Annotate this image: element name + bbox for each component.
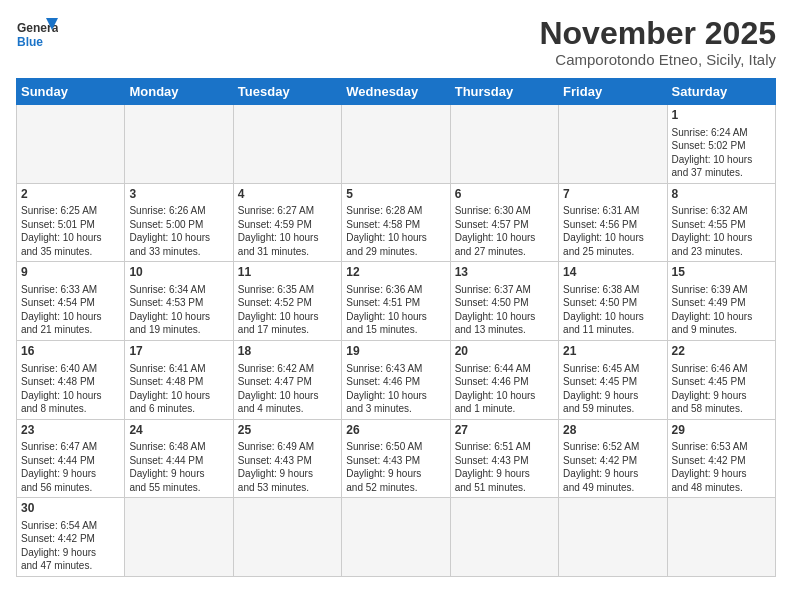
day-number: 23 bbox=[21, 423, 120, 439]
calendar-cell: 3Sunrise: 6:26 AM Sunset: 5:00 PM Daylig… bbox=[125, 183, 233, 262]
day-info: Sunrise: 6:48 AM Sunset: 4:44 PM Dayligh… bbox=[129, 440, 228, 494]
calendar-table: SundayMondayTuesdayWednesdayThursdayFrid… bbox=[16, 78, 776, 577]
calendar-cell: 8Sunrise: 6:32 AM Sunset: 4:55 PM Daylig… bbox=[667, 183, 775, 262]
day-info: Sunrise: 6:51 AM Sunset: 4:43 PM Dayligh… bbox=[455, 440, 554, 494]
week-row-3: 16Sunrise: 6:40 AM Sunset: 4:48 PM Dayli… bbox=[17, 340, 776, 419]
day-number: 13 bbox=[455, 265, 554, 281]
weekday-header-thursday: Thursday bbox=[450, 79, 558, 105]
day-info: Sunrise: 6:32 AM Sunset: 4:55 PM Dayligh… bbox=[672, 204, 771, 258]
day-number: 14 bbox=[563, 265, 662, 281]
calendar-cell: 9Sunrise: 6:33 AM Sunset: 4:54 PM Daylig… bbox=[17, 262, 125, 341]
calendar-cell bbox=[125, 105, 233, 184]
day-info: Sunrise: 6:25 AM Sunset: 5:01 PM Dayligh… bbox=[21, 204, 120, 258]
day-info: Sunrise: 6:37 AM Sunset: 4:50 PM Dayligh… bbox=[455, 283, 554, 337]
day-number: 11 bbox=[238, 265, 337, 281]
day-number: 7 bbox=[563, 187, 662, 203]
calendar-cell: 4Sunrise: 6:27 AM Sunset: 4:59 PM Daylig… bbox=[233, 183, 341, 262]
day-number: 29 bbox=[672, 423, 771, 439]
calendar-cell bbox=[233, 105, 341, 184]
day-info: Sunrise: 6:27 AM Sunset: 4:59 PM Dayligh… bbox=[238, 204, 337, 258]
logo-svg: General Blue bbox=[16, 16, 58, 58]
day-info: Sunrise: 6:39 AM Sunset: 4:49 PM Dayligh… bbox=[672, 283, 771, 337]
calendar-cell: 12Sunrise: 6:36 AM Sunset: 4:51 PM Dayli… bbox=[342, 262, 450, 341]
day-number: 12 bbox=[346, 265, 445, 281]
day-number: 1 bbox=[672, 108, 771, 124]
weekday-header-monday: Monday bbox=[125, 79, 233, 105]
day-number: 8 bbox=[672, 187, 771, 203]
day-info: Sunrise: 6:30 AM Sunset: 4:57 PM Dayligh… bbox=[455, 204, 554, 258]
calendar-cell: 11Sunrise: 6:35 AM Sunset: 4:52 PM Dayli… bbox=[233, 262, 341, 341]
calendar-cell: 7Sunrise: 6:31 AM Sunset: 4:56 PM Daylig… bbox=[559, 183, 667, 262]
calendar-cell: 20Sunrise: 6:44 AM Sunset: 4:46 PM Dayli… bbox=[450, 340, 558, 419]
calendar-cell: 5Sunrise: 6:28 AM Sunset: 4:58 PM Daylig… bbox=[342, 183, 450, 262]
day-number: 16 bbox=[21, 344, 120, 360]
svg-text:Blue: Blue bbox=[17, 35, 43, 49]
day-number: 3 bbox=[129, 187, 228, 203]
day-info: Sunrise: 6:33 AM Sunset: 4:54 PM Dayligh… bbox=[21, 283, 120, 337]
calendar-cell bbox=[125, 498, 233, 577]
day-info: Sunrise: 6:54 AM Sunset: 4:42 PM Dayligh… bbox=[21, 519, 120, 573]
day-number: 17 bbox=[129, 344, 228, 360]
day-info: Sunrise: 6:52 AM Sunset: 4:42 PM Dayligh… bbox=[563, 440, 662, 494]
weekday-row: SundayMondayTuesdayWednesdayThursdayFrid… bbox=[17, 79, 776, 105]
weekday-header-tuesday: Tuesday bbox=[233, 79, 341, 105]
weekday-header-saturday: Saturday bbox=[667, 79, 775, 105]
day-number: 2 bbox=[21, 187, 120, 203]
week-row-0: 1Sunrise: 6:24 AM Sunset: 5:02 PM Daylig… bbox=[17, 105, 776, 184]
day-number: 26 bbox=[346, 423, 445, 439]
calendar-cell: 24Sunrise: 6:48 AM Sunset: 4:44 PM Dayli… bbox=[125, 419, 233, 498]
day-number: 9 bbox=[21, 265, 120, 281]
day-number: 20 bbox=[455, 344, 554, 360]
calendar-cell: 21Sunrise: 6:45 AM Sunset: 4:45 PM Dayli… bbox=[559, 340, 667, 419]
week-row-5: 30Sunrise: 6:54 AM Sunset: 4:42 PM Dayli… bbox=[17, 498, 776, 577]
week-row-1: 2Sunrise: 6:25 AM Sunset: 5:01 PM Daylig… bbox=[17, 183, 776, 262]
calendar-cell: 14Sunrise: 6:38 AM Sunset: 4:50 PM Dayli… bbox=[559, 262, 667, 341]
day-info: Sunrise: 6:44 AM Sunset: 4:46 PM Dayligh… bbox=[455, 362, 554, 416]
day-info: Sunrise: 6:28 AM Sunset: 4:58 PM Dayligh… bbox=[346, 204, 445, 258]
calendar-cell: 25Sunrise: 6:49 AM Sunset: 4:43 PM Dayli… bbox=[233, 419, 341, 498]
day-number: 4 bbox=[238, 187, 337, 203]
calendar-cell bbox=[450, 498, 558, 577]
calendar-cell: 29Sunrise: 6:53 AM Sunset: 4:42 PM Dayli… bbox=[667, 419, 775, 498]
calendar-cell: 28Sunrise: 6:52 AM Sunset: 4:42 PM Dayli… bbox=[559, 419, 667, 498]
calendar-cell bbox=[233, 498, 341, 577]
day-info: Sunrise: 6:45 AM Sunset: 4:45 PM Dayligh… bbox=[563, 362, 662, 416]
calendar-cell: 2Sunrise: 6:25 AM Sunset: 5:01 PM Daylig… bbox=[17, 183, 125, 262]
weekday-header-sunday: Sunday bbox=[17, 79, 125, 105]
calendar-subtitle: Camporotondo Etneo, Sicily, Italy bbox=[539, 51, 776, 68]
calendar-cell: 30Sunrise: 6:54 AM Sunset: 4:42 PM Dayli… bbox=[17, 498, 125, 577]
day-info: Sunrise: 6:53 AM Sunset: 4:42 PM Dayligh… bbox=[672, 440, 771, 494]
calendar-cell bbox=[559, 105, 667, 184]
day-number: 21 bbox=[563, 344, 662, 360]
day-info: Sunrise: 6:43 AM Sunset: 4:46 PM Dayligh… bbox=[346, 362, 445, 416]
title-area: November 2025 Camporotondo Etneo, Sicily… bbox=[539, 16, 776, 68]
calendar-cell bbox=[342, 105, 450, 184]
calendar-cell bbox=[667, 498, 775, 577]
calendar-cell: 26Sunrise: 6:50 AM Sunset: 4:43 PM Dayli… bbox=[342, 419, 450, 498]
day-number: 28 bbox=[563, 423, 662, 439]
calendar-cell: 17Sunrise: 6:41 AM Sunset: 4:48 PM Dayli… bbox=[125, 340, 233, 419]
day-number: 30 bbox=[21, 501, 120, 517]
calendar-cell: 16Sunrise: 6:40 AM Sunset: 4:48 PM Dayli… bbox=[17, 340, 125, 419]
calendar-cell: 13Sunrise: 6:37 AM Sunset: 4:50 PM Dayli… bbox=[450, 262, 558, 341]
calendar-cell: 27Sunrise: 6:51 AM Sunset: 4:43 PM Dayli… bbox=[450, 419, 558, 498]
day-info: Sunrise: 6:38 AM Sunset: 4:50 PM Dayligh… bbox=[563, 283, 662, 337]
calendar-cell: 23Sunrise: 6:47 AM Sunset: 4:44 PM Dayli… bbox=[17, 419, 125, 498]
day-number: 18 bbox=[238, 344, 337, 360]
logo: General Blue bbox=[16, 16, 58, 58]
day-number: 22 bbox=[672, 344, 771, 360]
day-number: 25 bbox=[238, 423, 337, 439]
calendar-cell bbox=[559, 498, 667, 577]
calendar-cell bbox=[17, 105, 125, 184]
weekday-header-friday: Friday bbox=[559, 79, 667, 105]
calendar-cell: 18Sunrise: 6:42 AM Sunset: 4:47 PM Dayli… bbox=[233, 340, 341, 419]
day-number: 27 bbox=[455, 423, 554, 439]
calendar-cell: 10Sunrise: 6:34 AM Sunset: 4:53 PM Dayli… bbox=[125, 262, 233, 341]
day-number: 6 bbox=[455, 187, 554, 203]
day-number: 10 bbox=[129, 265, 228, 281]
day-number: 19 bbox=[346, 344, 445, 360]
day-info: Sunrise: 6:47 AM Sunset: 4:44 PM Dayligh… bbox=[21, 440, 120, 494]
day-number: 24 bbox=[129, 423, 228, 439]
day-info: Sunrise: 6:46 AM Sunset: 4:45 PM Dayligh… bbox=[672, 362, 771, 416]
calendar-cell: 22Sunrise: 6:46 AM Sunset: 4:45 PM Dayli… bbox=[667, 340, 775, 419]
